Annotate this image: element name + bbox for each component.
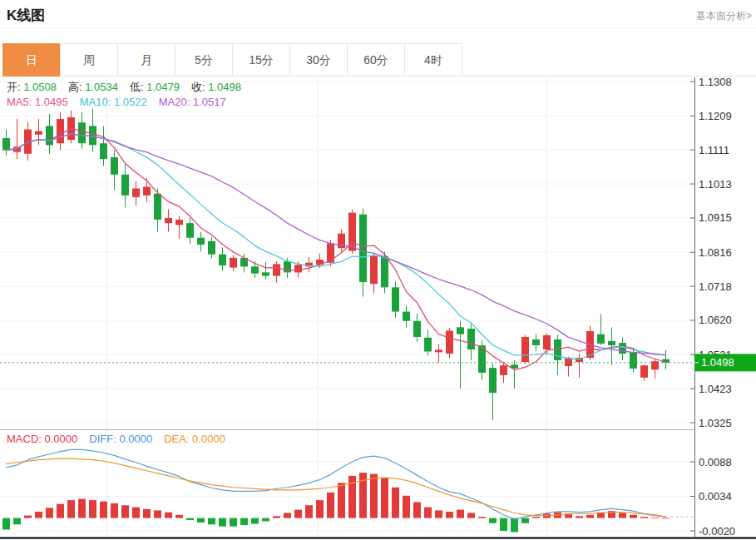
candle-body — [467, 329, 475, 349]
ohlc-legend: 开: 1.0508高: 1.0534低: 1.0479收: 1.0498 — [7, 80, 253, 95]
candle-body — [457, 327, 464, 334]
candle-body — [143, 186, 151, 195]
macd-bar — [143, 509, 151, 518]
tab-5min[interactable]: 5分 — [175, 43, 233, 77]
kline-page: K线图 基本面分析> 日周月5分15分30分60分4时 1.13081.1209… — [0, 0, 756, 540]
y-axis-label: 1.0816 — [699, 246, 732, 259]
macd-bar — [284, 513, 291, 518]
legend-value: 1.0517 — [193, 96, 226, 108]
macd-bar — [640, 517, 648, 518]
macd-bar — [219, 518, 226, 527]
legend-item: MA5: 1.0495 — [7, 96, 68, 108]
tab-15min[interactable]: 15分 — [232, 43, 290, 77]
legend-value: 0.0000 — [119, 433, 152, 445]
legend-label: MA5: — [7, 96, 35, 108]
macd-bar — [446, 512, 453, 518]
candle-body — [175, 220, 183, 225]
tab-monthly[interactable]: 月 — [117, 43, 175, 77]
candle-body — [132, 188, 140, 196]
line-series — [7, 134, 666, 355]
candle-body — [597, 334, 605, 344]
legend-label: DEA: — [164, 433, 192, 445]
y-axis-label: 1.0620 — [699, 314, 732, 326]
macd-bar — [208, 518, 215, 525]
legend-value: 1.0479 — [146, 81, 180, 93]
macd-bar — [240, 518, 248, 525]
macd-bar — [305, 505, 313, 518]
candle-body — [640, 365, 648, 378]
macd-bar — [46, 508, 53, 518]
candle-body — [327, 243, 334, 262]
macd-bar — [175, 515, 183, 518]
candle-body — [424, 338, 432, 352]
macd-bar — [338, 483, 345, 518]
y-axis-label: 1.0325 — [699, 417, 732, 429]
legend-label: 高: — [68, 81, 85, 93]
candle-body — [186, 223, 194, 238]
candle-body — [262, 272, 269, 275]
ma-legend: MA5: 1.0495MA10: 1.0522MA20: 1.0517 — [7, 96, 238, 108]
legend-item: 开: 1.0508 — [7, 81, 57, 93]
macd-bar — [630, 515, 637, 518]
macd-bar — [154, 510, 161, 518]
candle-body — [46, 126, 53, 145]
macd-bar — [619, 513, 626, 518]
legend-label: 收: — [191, 81, 208, 93]
legend-value: 1.0495 — [35, 96, 68, 108]
candle-body — [57, 119, 64, 143]
candle-body — [121, 175, 129, 196]
macd-bar — [381, 478, 388, 518]
candle-body — [230, 258, 237, 268]
y-axis-label: 0.0034 — [699, 490, 732, 503]
candle-body — [370, 256, 378, 284]
tab-bar: 日周月5分15分30分60分4时 — [0, 43, 756, 77]
last-price-badge-text: 1.0498 — [701, 356, 734, 369]
line-series — [7, 128, 666, 369]
legend-label: 开: — [7, 81, 23, 93]
macd-bar — [273, 516, 280, 518]
macd-bar — [89, 500, 96, 518]
candle-body — [500, 365, 507, 375]
macd-bar — [294, 510, 302, 518]
macd-bar — [111, 503, 118, 518]
legend-value: 0.0000 — [45, 433, 78, 445]
legend-value: 1.0534 — [85, 81, 118, 93]
tab-weekly[interactable]: 周 — [60, 43, 118, 77]
y-axis-label: 1.1111 — [699, 144, 729, 156]
legend-label: DIFF: — [89, 433, 119, 445]
macd-bar — [500, 518, 507, 531]
macd-bar — [262, 518, 269, 522]
bottom-border — [0, 538, 756, 539]
candle-body — [532, 339, 540, 345]
tab-60min[interactable]: 60分 — [347, 43, 405, 77]
candle-body — [359, 215, 367, 282]
candle-body — [273, 264, 280, 275]
tab-daily[interactable]: 日 — [2, 43, 61, 77]
candle-body — [35, 131, 42, 135]
candle-body — [413, 321, 421, 337]
legend-label: MACD: — [7, 433, 45, 445]
macd-bar — [467, 513, 475, 518]
legend-item: MA10: 1.0522 — [80, 96, 147, 108]
legend-item: 低: 1.0479 — [130, 81, 180, 93]
y-axis-label: 1.0915 — [699, 211, 732, 224]
macd-bar — [100, 502, 107, 518]
tab-4hour[interactable]: 4时 — [404, 43, 462, 77]
legend-value: 1.0498 — [208, 81, 241, 93]
tab-30min[interactable]: 30分 — [289, 43, 348, 77]
candle-body — [165, 218, 172, 223]
candle-body — [197, 238, 205, 245]
macd-bar — [132, 508, 140, 518]
macd-bar — [24, 516, 32, 518]
legend-item: DIFF: 0.0000 — [89, 433, 152, 445]
legend-label: MA10: — [80, 96, 114, 108]
y-axis-label: 1.1209 — [699, 110, 732, 122]
legend-item: MACD: 0.0000 — [7, 433, 77, 445]
macd-bar — [165, 513, 172, 518]
macd-bar — [532, 517, 540, 518]
macd-bar — [651, 518, 659, 518]
candle-body — [294, 265, 302, 272]
candle-body — [2, 138, 10, 151]
candle-body — [446, 330, 453, 354]
candle-body — [403, 312, 410, 321]
